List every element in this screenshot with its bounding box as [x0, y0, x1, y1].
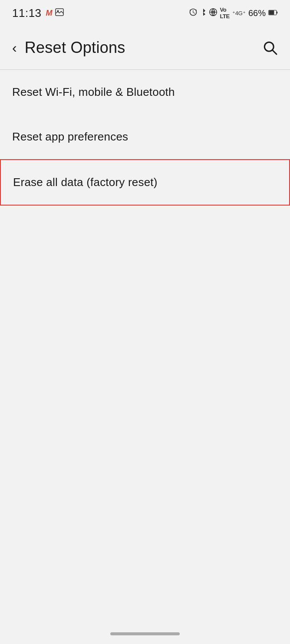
menu-item-erase-data-label: Erase all data (factory reset)	[13, 176, 158, 189]
location-icon	[209, 8, 218, 19]
back-button[interactable]: ‹	[12, 40, 17, 56]
svg-line-7	[273, 50, 277, 54]
page-title: Reset Options	[25, 39, 125, 57]
menu-item-reset-wifi[interactable]: Reset Wi-Fi, mobile & Bluetooth	[0, 70, 290, 114]
image-icon	[55, 8, 64, 18]
menu-item-reset-app-label: Reset app preferences	[12, 130, 128, 144]
status-bar: 11:13 M	[0, 0, 290, 26]
battery-icon	[268, 9, 278, 18]
bluetooth-icon	[200, 8, 206, 19]
alarm-icon	[189, 8, 198, 19]
status-icons-notification: M	[46, 8, 64, 18]
status-bar-right: VoLTE ⁺4G⁺ 66%	[189, 7, 278, 20]
search-icon	[262, 40, 278, 56]
menu-item-reset-app[interactable]: Reset app preferences	[0, 114, 290, 159]
battery-percentage: 66%	[248, 8, 266, 18]
search-button[interactable]	[262, 40, 278, 56]
app-bar-left: ‹ Reset Options	[12, 39, 125, 57]
volte-icon: VoLTE	[220, 7, 230, 20]
status-bar-left: 11:13 M	[12, 7, 64, 20]
svg-rect-5	[269, 10, 274, 14]
menu-list: Reset Wi-Fi, mobile & Bluetooth Reset ap…	[0, 70, 290, 206]
app-bar: ‹ Reset Options	[0, 26, 290, 69]
status-time: 11:13	[12, 7, 42, 20]
gmail-icon: M	[46, 9, 53, 18]
svg-rect-4	[277, 11, 277, 13]
bottom-nav-indicator	[110, 632, 180, 635]
menu-item-reset-wifi-label: Reset Wi-Fi, mobile & Bluetooth	[12, 85, 175, 99]
back-icon: ‹	[12, 40, 17, 56]
signal-4g-icon: ⁺4G⁺	[232, 10, 246, 16]
menu-item-erase-data[interactable]: Erase all data (factory reset)	[0, 159, 290, 206]
